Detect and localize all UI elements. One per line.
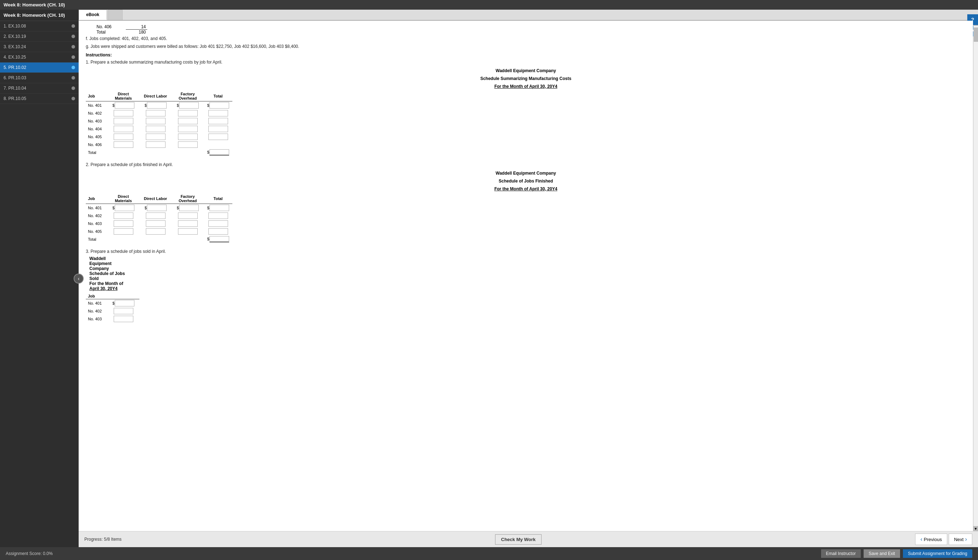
t2-405-fo[interactable]	[178, 228, 198, 235]
sidebar-dot-1	[72, 24, 75, 28]
t1-403-dl[interactable]	[146, 118, 166, 124]
t1-402-dm[interactable]	[114, 110, 133, 117]
sidebar-dot-5	[72, 66, 75, 69]
table-row: No. 404	[86, 125, 232, 133]
t1-406-dl[interactable]	[146, 142, 166, 148]
scroll-content: No. 406 14 Total 180 f. Jobs completed: …	[79, 21, 973, 531]
sidebar-item-3[interactable]: 3. EX.10.24	[0, 42, 79, 52]
sidebar-item-2[interactable]: 2. EX.10.19	[0, 32, 79, 42]
sidebar-item-5[interactable]: 5. PR.10.02	[0, 62, 79, 73]
assignment-score: Assignment Score: 0.0%	[6, 551, 53, 556]
t2-403-fo[interactable]	[178, 220, 198, 227]
t1-402-dl[interactable]	[146, 110, 166, 117]
table3-subtitle-line1: Schedule of Jobs	[89, 271, 129, 276]
t1-401-fo[interactable]	[179, 102, 199, 108]
t2-grand-total[interactable]	[209, 236, 229, 242]
t1-401-dm[interactable]	[115, 102, 134, 108]
previous-arrow-icon: ‹	[920, 536, 922, 542]
table3-subtitle-line2: Sold	[89, 276, 129, 281]
t1-402-fo[interactable]	[178, 110, 198, 117]
table3-company-line2: Equipment	[89, 261, 129, 266]
t1-404-dm[interactable]	[114, 126, 133, 132]
sidebar-item-7[interactable]: 7. PR.10.04	[0, 83, 79, 93]
scroll-down-arrow[interactable]: ▼	[973, 526, 978, 531]
t1-405-dl[interactable]	[146, 133, 166, 140]
t2-402-total[interactable]	[208, 212, 228, 219]
t1-404-dl[interactable]	[146, 126, 166, 132]
bottom-nav: Progress: 5/8 Items Check My Work ‹ Prev…	[79, 531, 978, 547]
previous-button[interactable]: ‹ Previous	[915, 533, 947, 545]
table-row: No. 402	[86, 212, 232, 220]
t1-406-fo[interactable]	[178, 142, 198, 148]
t2-403-dm[interactable]	[114, 220, 133, 227]
sidebar-item-4[interactable]: 4. EX.10.25	[0, 52, 79, 62]
sidebar-item-1[interactable]: 1. EX.10.08	[0, 21, 79, 32]
sidebar-dot-3	[72, 45, 75, 48]
table-row: No. 401 $ $ $ $	[86, 102, 232, 110]
note-f: f. Jobs completed: 401, 402, 403, and 40…	[86, 35, 966, 42]
email-instructor-button[interactable]: Email Instructor	[821, 549, 861, 558]
t1-405-dm[interactable]	[114, 133, 133, 140]
table-row: No. 403	[86, 220, 232, 228]
sidebar-dot-6	[72, 76, 75, 80]
table-row: No. 406	[86, 141, 232, 148]
t2-403-dl[interactable]	[146, 220, 166, 227]
sidebar-item-8[interactable]: 8. PR.10.05	[0, 93, 79, 104]
t1-404-total[interactable]	[208, 126, 228, 132]
t2-403-total[interactable]	[208, 220, 228, 227]
t1-405-fo[interactable]	[178, 133, 198, 140]
t3-402[interactable]	[114, 308, 133, 314]
check-work-button[interactable]: Check My Work	[495, 534, 542, 545]
t2-402-fo[interactable]	[178, 212, 198, 219]
t1-403-fo[interactable]	[178, 118, 198, 124]
next-button[interactable]: Next ›	[949, 533, 972, 545]
collapse-sidebar-button[interactable]: ‹	[74, 273, 84, 283]
t3-403[interactable]	[114, 316, 133, 322]
t1-grand-total[interactable]	[209, 149, 229, 156]
scrollbar-thumb[interactable]	[974, 28, 978, 42]
next-arrow-icon: ›	[965, 536, 967, 542]
t1-401-total[interactable]	[209, 102, 229, 108]
t2-402-dl[interactable]	[146, 212, 166, 219]
table3: Job No. 401 $ No. 402	[86, 293, 139, 323]
t1-403-total[interactable]	[208, 118, 228, 124]
table1-period: For the Month of April 30, 20Y4	[86, 84, 966, 89]
t2-405-total[interactable]	[208, 228, 228, 235]
sidebar-item-6[interactable]: 6. PR.10.03	[0, 73, 79, 83]
table3-header-area: Waddell Equipment Company Schedule of Jo…	[89, 256, 966, 291]
t1-405-total[interactable]	[208, 133, 228, 140]
t2-401-fo[interactable]	[179, 205, 199, 211]
t2-401-dl[interactable]	[147, 205, 167, 211]
instruction-1: 1. Prepare a schedule summarizing manufa…	[86, 59, 966, 65]
progress-text: Progress: 5/8 Items	[84, 537, 122, 542]
tabs: eBook	[79, 10, 978, 21]
table-row-total: Total $	[86, 148, 232, 157]
tab-2[interactable]	[108, 10, 123, 20]
scrollbar-track	[973, 26, 978, 526]
t2-402-dm[interactable]	[114, 212, 133, 219]
tab-ebook[interactable]: eBook	[79, 10, 107, 20]
t1-406-dm[interactable]	[114, 142, 133, 148]
instructions-header: Instructions:	[86, 52, 966, 58]
table-row: No. 401 $ $ $ $	[86, 204, 232, 212]
table-row: No. 405	[86, 133, 232, 141]
table-row-total: Total $	[86, 235, 232, 243]
submit-assignment-button[interactable]: Submit Assignment for Grading	[903, 549, 972, 558]
save-exit-button[interactable]: Save and Exit	[864, 549, 900, 558]
t3-401[interactable]	[115, 300, 134, 307]
t1-403-dm[interactable]	[114, 118, 133, 124]
right-scrollbar: ▲ ▼	[973, 21, 978, 531]
instruction-3: 3. Prepare a schedule of jobs sold in Ap…	[86, 248, 966, 255]
t1-402-total[interactable]	[208, 110, 228, 117]
table1-company: Waddell Equipment Company	[86, 68, 966, 73]
t2-401-total[interactable]	[209, 205, 229, 211]
table1-subtitle: Schedule Summarizing Manufacturing Costs	[86, 76, 966, 81]
sidebar-title: Week 8: Homework (CH. 10)	[0, 10, 79, 21]
t1-401-dl[interactable]	[147, 102, 167, 108]
t2-405-dl[interactable]	[146, 228, 166, 235]
t2-405-dm[interactable]	[114, 228, 133, 235]
t2-401-dm[interactable]	[115, 205, 134, 211]
intro-line-1: No. 406 14 Total 180	[86, 24, 966, 35]
t1-404-fo[interactable]	[178, 126, 198, 132]
top-bar: Week 8: Homework (CH. 10)	[0, 0, 978, 10]
